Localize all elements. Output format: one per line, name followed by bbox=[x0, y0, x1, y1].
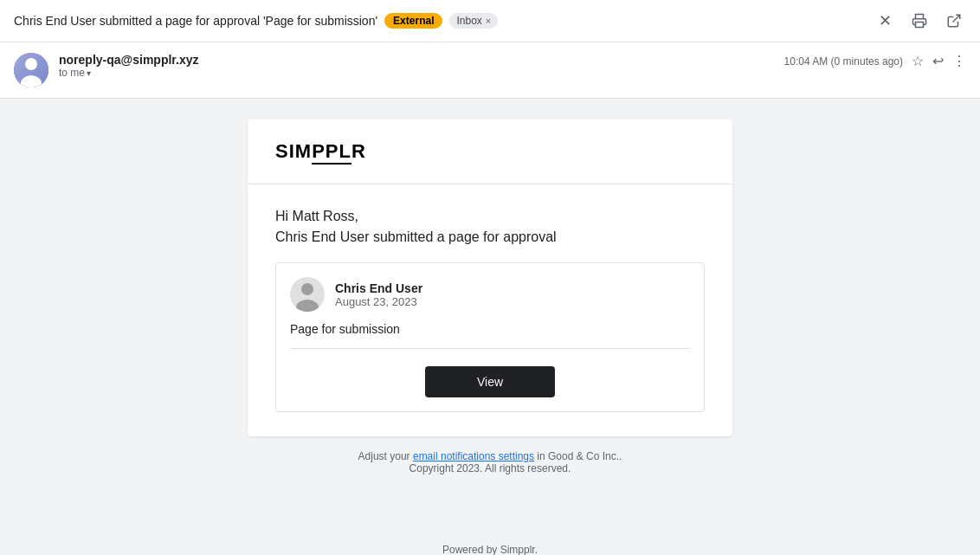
reply-icon[interactable]: ↩ bbox=[932, 53, 944, 69]
email-meta: 10:04 AM (0 minutes ago) ☆ ↩ ⋮ bbox=[784, 53, 966, 69]
submission-text: Chris End User submitted a page for appr… bbox=[275, 229, 705, 245]
external-badge: External bbox=[384, 13, 442, 29]
top-bar-actions: ✕ bbox=[873, 9, 966, 33]
greeting-text: Hi Matt Ross, bbox=[275, 209, 705, 224]
email-subject-line: Chris End User submitted a page for appr… bbox=[14, 13, 864, 29]
email-body-area: SIMPPLR Hi Matt Ross, Chris End User sub… bbox=[0, 99, 980, 523]
powered-by-footer: Powered by Simpplr. bbox=[0, 544, 980, 555]
adjust-text: Adjust your bbox=[358, 450, 413, 462]
view-btn-container: View bbox=[290, 363, 690, 397]
subject-text: Chris End User submitted a page for appr… bbox=[14, 14, 377, 28]
sender-info: noreply-qa@simpplr.xyz to me ▾ bbox=[59, 53, 774, 79]
user-date: August 23, 2023 bbox=[335, 295, 422, 308]
timestamp: 10:04 AM (0 minutes ago) bbox=[784, 55, 903, 68]
submission-user-row: Chris End User August 23, 2023 bbox=[290, 277, 690, 312]
star-icon[interactable]: ☆ bbox=[912, 53, 924, 69]
email-card-body: Hi Matt Ross, Chris End User submitted a… bbox=[248, 184, 732, 436]
svg-line-1 bbox=[953, 15, 960, 22]
inbox-badge: Inbox × bbox=[449, 13, 498, 29]
chevron-down-icon: ▾ bbox=[87, 68, 91, 78]
email-header: noreply-qa@simpplr.xyz to me ▾ 10:04 AM … bbox=[0, 42, 980, 99]
copyright-text: Copyright 2023. All rights reserved. bbox=[409, 462, 571, 474]
popout-button[interactable] bbox=[942, 9, 966, 33]
sender-avatar bbox=[14, 53, 48, 87]
view-button[interactable]: View bbox=[425, 366, 555, 397]
email-card-header: SIMPPLR bbox=[248, 119, 732, 184]
powered-by-text: Powered by Simpplr. bbox=[442, 544, 538, 555]
email-notifications-link[interactable]: email notifications settings bbox=[413, 450, 534, 462]
email-footer: Adjust your email notifications settings… bbox=[358, 450, 622, 488]
page-name: Page for submission bbox=[290, 322, 690, 349]
inbox-badge-close[interactable]: × bbox=[486, 16, 491, 26]
in-text: in Good & Co Inc.. bbox=[534, 450, 622, 462]
print-button[interactable] bbox=[907, 9, 932, 33]
user-details: Chris End User August 23, 2023 bbox=[335, 281, 422, 308]
user-name: Chris End User bbox=[335, 281, 422, 295]
email-card: SIMPPLR Hi Matt Ross, Chris End User sub… bbox=[248, 119, 732, 436]
svg-rect-0 bbox=[916, 23, 924, 28]
to-me-label[interactable]: to me ▾ bbox=[59, 67, 774, 79]
sender-name: noreply-qa@simpplr.xyz bbox=[59, 53, 774, 67]
user-avatar bbox=[290, 277, 325, 312]
simpplr-logo: SIMPPLR bbox=[275, 140, 366, 163]
more-options-icon[interactable]: ⋮ bbox=[952, 53, 966, 69]
submission-card: Chris End User August 23, 2023 Page for … bbox=[275, 262, 705, 412]
close-button[interactable]: ✕ bbox=[873, 9, 897, 33]
top-bar: Chris End User submitted a page for appr… bbox=[0, 0, 980, 42]
